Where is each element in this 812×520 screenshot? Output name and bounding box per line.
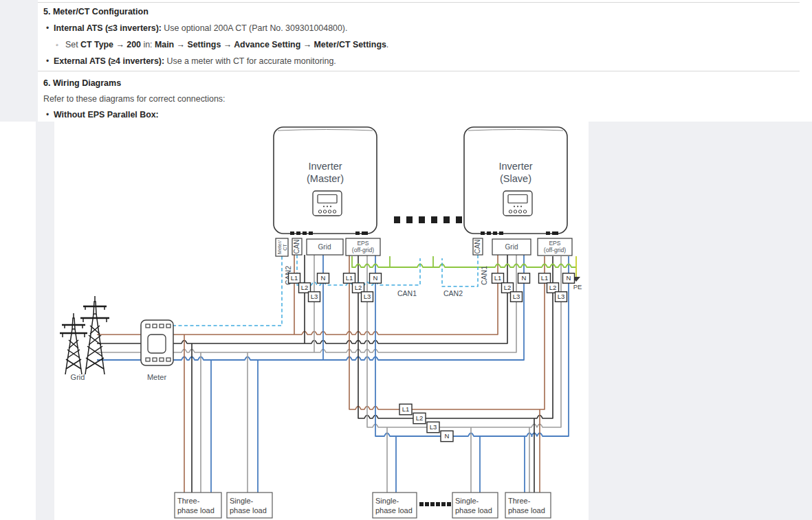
terminal-label-text: L2 [416, 414, 424, 422]
port-boxes: Meter/ CT CAN Grid EPS (off-grid) CAN Gr… [276, 238, 572, 256]
terminal-labels: L1L2L3NL1L2L3NL1L2L3NL1L2L3NL1L2L3N [289, 273, 575, 442]
load-single-phase-1: Single- phase load [227, 493, 272, 518]
terminal-label-l1: L1 [344, 273, 355, 284]
can2-link-label: CAN2 [443, 289, 463, 297]
wire [173, 255, 507, 343]
terminal-label-l3: L3 [556, 292, 567, 302]
inverter-master-label-1: Inverter [308, 161, 342, 172]
terminal-label-text: L2 [355, 284, 362, 291]
terminal-label-text: N [445, 432, 450, 440]
terminal-label-l1: L1 [492, 273, 504, 284]
sub-bold2: Main → Settings → Advance Setting → Mete… [155, 40, 386, 49]
terminal-label-l1: L1 [399, 404, 412, 415]
terminal-label-l3: L3 [427, 422, 439, 433]
load-single-phase-2: Single- phase load [373, 493, 417, 518]
bullet1-text: Use optional 200A CT (Part No. 309301004… [162, 23, 347, 33]
terminal-label-text: L3 [311, 293, 318, 300]
terminal-label-text: L1 [346, 274, 353, 282]
load-single-phase-3: Single- phase load [452, 493, 498, 518]
terminal-label-text: L2 [301, 284, 309, 291]
terminal-label-text: L1 [402, 405, 410, 413]
can1-link-label: CAN1 [397, 289, 417, 297]
left-gutter [0, 0, 38, 122]
terminal-label-l1: L1 [289, 273, 300, 284]
terminal-label-text: L3 [364, 293, 371, 300]
load-label: phase load [508, 506, 545, 515]
bullet-marker: • [46, 23, 49, 33]
terminal-label-text: N [567, 274, 571, 282]
bullet1-bold: Internal ATS (≤3 inverters): [54, 23, 162, 33]
inverter-display-icon [503, 191, 532, 216]
wiring-diagram: Inverter (Master) Inverter (Slave) [54, 122, 589, 520]
sub-end: . [386, 40, 388, 49]
section-divider [38, 71, 800, 71]
pe-label: PE [573, 283, 582, 291]
load-three-phase-1: Three- phase load [175, 493, 221, 518]
load-label: Single- [375, 497, 399, 505]
meter-icon [141, 320, 173, 365]
wire [442, 255, 478, 286]
section6-title: 6. Wiring Diagrams [43, 78, 121, 88]
port-can-label: CAN [474, 239, 481, 253]
wire [173, 255, 524, 360]
terminal-label-l3: L3 [309, 292, 320, 302]
port-eps-label-1: EPS [357, 240, 369, 247]
inverter-display-icon [313, 191, 342, 216]
sub-bullet-marker: ◦ [56, 41, 58, 49]
load-label: Single- [455, 497, 479, 505]
inverter-slave-label-2: (Slave) [500, 173, 531, 184]
terminal-label-l3: L3 [362, 292, 373, 302]
section6-intro: Refer to these diagrams for correct conn… [43, 94, 225, 104]
can1-port-label: CAN1 [480, 266, 488, 285]
load-label: phase load [455, 506, 492, 515]
bullet2-line: External ATS (≥4 inverters): Use a meter… [54, 56, 336, 66]
terminal-label-text: L1 [291, 274, 298, 282]
terminal-label-text: N [373, 274, 378, 282]
load-label: Three- [508, 497, 531, 505]
terminal-label-n: N [318, 273, 329, 284]
terminal-label-l2: L2 [413, 413, 426, 424]
terminal-label-text: L1 [541, 274, 549, 282]
port-eps-label-2: (off-grid) [352, 247, 374, 253]
sub-mid: in: [141, 40, 155, 49]
inverter-master-label-2: (Master) [307, 173, 344, 184]
grid-label: Grid [71, 373, 85, 381]
terminal-label-n: N [370, 273, 382, 284]
more-loads-ellipsis [419, 502, 451, 506]
terminal-label-text: L3 [558, 293, 565, 300]
terminal-label-l1: L1 [539, 273, 551, 284]
section5-title: 5. Meter/CT Configuration [43, 7, 149, 16]
section-divider-top [38, 2, 800, 3]
inverter-slave-label-1: Inverter [498, 161, 532, 172]
terminal-label-text: N [321, 274, 326, 282]
load-label: phase load [375, 506, 413, 515]
sub-pre: Set [65, 40, 80, 49]
inverter-slave-box: Inverter (Slave) [464, 127, 567, 235]
bullet3-line: Without EPS Parallel Box: [54, 110, 159, 120]
terminal-label-l3: L3 [511, 292, 523, 302]
terminal-label-text: L2 [549, 284, 557, 291]
port-eps-label-2: (off-grid) [544, 247, 566, 253]
load-label: Single- [230, 497, 254, 505]
document-page: 5. Meter/CT Configuration • Internal ATS… [0, 0, 812, 520]
bullet-marker: • [46, 110, 49, 120]
wire [367, 256, 561, 427]
terminal-label-text: N [522, 274, 527, 282]
bullet2-text: Use a meter with CT for accurate monitor… [164, 56, 336, 66]
port-can-label: CAN [293, 239, 300, 253]
sub-bullet-line: Set CT Type → 200 in: Main → Settings → … [65, 40, 388, 49]
terminal-label-text: L3 [430, 423, 437, 431]
more-inverters-ellipsis [394, 216, 462, 223]
terminal-label-n: N [441, 431, 453, 442]
port-grid-label: Grid [505, 243, 518, 251]
load-label: phase load [177, 506, 215, 515]
wire [173, 256, 282, 326]
terminal-label-n: N [563, 273, 575, 284]
terminal-label-text: L1 [494, 274, 502, 282]
terminal-label-n: N [518, 273, 530, 284]
meter-label: Meter [147, 373, 166, 381]
load-three-phase-2: Three- phase load [505, 493, 551, 518]
inverter-master-box: Inverter (Master) [274, 127, 377, 235]
bullet2-bold: External ATS (≥4 inverters): [54, 56, 164, 66]
bullet-marker: • [46, 56, 49, 66]
